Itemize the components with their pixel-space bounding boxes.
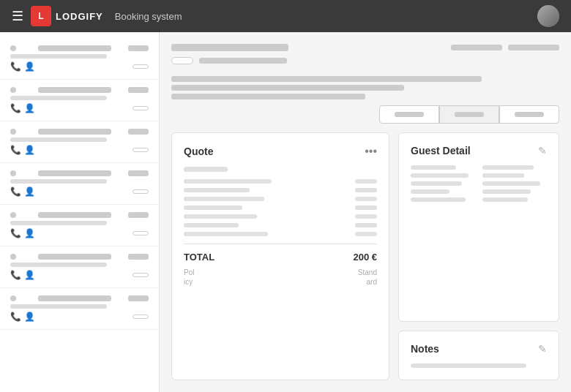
quote-line-right	[355, 188, 377, 192]
status-dot	[10, 129, 16, 135]
quote-title: Quote	[184, 146, 213, 157]
phone-icon: 📞	[10, 145, 21, 155]
info-bars	[171, 76, 559, 99]
sidebar-item-icons: 📞 👤	[10, 228, 35, 238]
quote-line-right	[355, 232, 377, 236]
status-dot	[10, 45, 16, 51]
guest-detail-header: Guest Detail ✎	[411, 145, 547, 157]
gd-bar	[482, 197, 528, 202]
logo: L LODGIFY	[31, 6, 103, 26]
phone-icon: 📞	[10, 186, 21, 197]
info-bar-2	[171, 85, 404, 91]
sidebar-item-button[interactable]	[133, 231, 149, 235]
sidebar-item-sub-bar	[10, 263, 107, 267]
logo-letter: L	[38, 11, 43, 21]
header-actions	[451, 45, 559, 50]
sidebar-item-badge	[128, 87, 149, 93]
quote-footer-left: Pol icy	[184, 268, 194, 286]
page-title: Booking system	[115, 11, 182, 22]
gd-bar	[411, 189, 449, 194]
gd-bar	[482, 165, 534, 170]
guest-detail-card: Guest Detail ✎	[398, 132, 559, 322]
sidebar-item-title-bar	[38, 170, 111, 176]
quote-line-left	[184, 206, 242, 210]
sidebar-item[interactable]: 📞 👤	[0, 121, 159, 163]
notes-title: Notes	[411, 343, 439, 355]
sidebar-item-badge	[128, 45, 149, 51]
quote-line-right	[355, 214, 377, 219]
guest-detail-edit-icon[interactable]: ✎	[538, 145, 547, 157]
gd-bar	[411, 165, 456, 170]
quote-footer: Pol icy Stand ard	[184, 268, 377, 286]
quote-card-header: Quote •••	[184, 145, 377, 158]
sidebar-item-title-bar	[38, 212, 111, 218]
sidebar-item-sub-bar	[10, 304, 107, 309]
info-section	[171, 73, 559, 124]
sidebar-item[interactable]: 📞 👤	[0, 80, 159, 121]
sidebar-item[interactable]: 📞 👤	[0, 163, 159, 205]
notes-edit-icon[interactable]: ✎	[538, 343, 547, 355]
gd-bar	[411, 181, 462, 186]
sidebar-item-icons: 📞 👤	[10, 270, 35, 280]
header-sub-row	[171, 57, 559, 64]
gd-bar	[482, 189, 531, 194]
header-sub-bar	[199, 58, 287, 64]
sidebar-item-button[interactable]	[133, 106, 149, 110]
gd-bar	[482, 181, 540, 186]
sidebar-item-button[interactable]	[133, 273, 149, 277]
quote-line	[184, 179, 377, 184]
status-dot	[10, 295, 16, 301]
sidebar-item-badge	[128, 129, 149, 135]
panels-row: Quote •••	[171, 132, 559, 380]
main-layout: 📞 👤 📞 👤	[0, 32, 571, 392]
sidebar-item-icons: 📞 👤	[10, 61, 35, 72]
person-icon: 👤	[24, 228, 35, 238]
sidebar-item[interactable]: 📞 👤	[0, 205, 159, 246]
hamburger-menu-icon[interactable]: ☰	[12, 8, 23, 24]
sidebar-item[interactable]: 📞 👤	[0, 246, 159, 288]
quote-menu-icon[interactable]: •••	[365, 145, 377, 158]
person-icon: 👤	[24, 312, 35, 322]
status-dot	[10, 212, 16, 218]
person-icon: 👤	[24, 186, 35, 197]
sidebar-item-sub-bar	[10, 96, 107, 100]
guest-detail-col-right	[482, 165, 547, 202]
person-icon: 👤	[24, 145, 35, 155]
quote-footer-right-1: Stand	[358, 268, 377, 276]
top-navigation: ☰ L LODGIFY Booking system	[0, 0, 571, 32]
sidebar-item[interactable]: 📞 👤	[0, 38, 159, 80]
sidebar-item-sub-bar	[10, 179, 107, 184]
sub-action-button[interactable]	[171, 57, 193, 64]
brand-name: LODGIFY	[56, 11, 103, 22]
sidebar-item-title-bar	[38, 129, 111, 135]
quote-line-right	[355, 197, 377, 201]
phone-icon: 📞	[10, 312, 21, 322]
avatar[interactable]	[537, 5, 559, 27]
quote-line	[184, 223, 377, 227]
sidebar-item-button[interactable]	[133, 189, 149, 194]
gd-bar	[411, 173, 469, 178]
person-icon: 👤	[24, 103, 35, 113]
sidebar-item-button[interactable]	[133, 64, 149, 69]
header-title-bar	[171, 44, 288, 51]
main-content: Quote •••	[160, 32, 571, 392]
gd-bar	[411, 197, 466, 202]
quote-line-left	[184, 214, 257, 219]
info-bar-1	[171, 76, 482, 82]
guest-detail-title: Guest Detail	[411, 145, 471, 157]
quote-line	[184, 206, 377, 210]
sidebar-item-icons: 📞 👤	[10, 145, 35, 155]
quote-line-right	[355, 206, 377, 210]
right-column: Guest Detail ✎	[398, 132, 559, 380]
sidebar-item[interactable]: 📞 👤	[0, 288, 159, 330]
quote-line	[184, 197, 377, 201]
status-dot	[10, 170, 16, 176]
sidebar-item-button[interactable]	[133, 148, 149, 152]
tab-button-2[interactable]	[439, 105, 499, 124]
header-action-bar-1	[451, 45, 502, 50]
sidebar-item-button[interactable]	[133, 314, 149, 319]
tab-button-3[interactable]	[499, 105, 559, 124]
person-icon: 👤	[24, 61, 35, 72]
tab-button-1[interactable]	[379, 105, 439, 124]
sidebar-item-title-bar	[38, 295, 111, 301]
